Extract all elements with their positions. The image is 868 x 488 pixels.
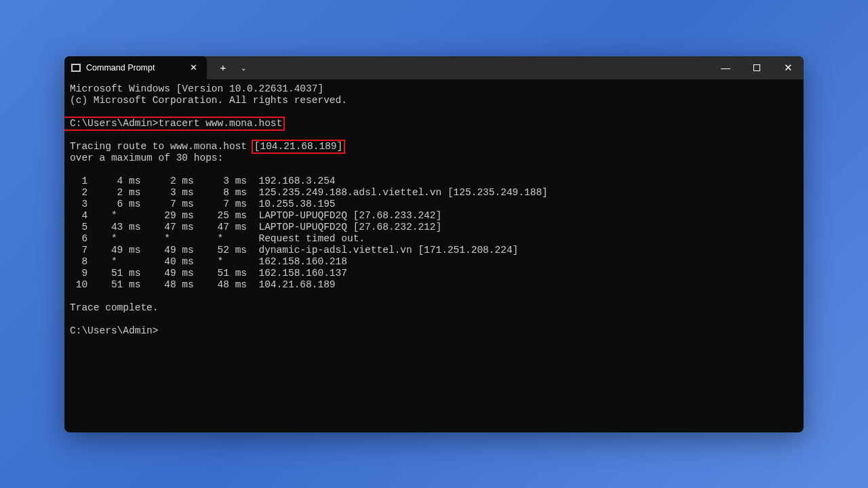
trace-complete: Trace complete. (70, 302, 798, 314)
prompt-ready: C:\Users\Admin> (70, 325, 798, 337)
terminal-window: Command Prompt ✕ + ⌄ — ✕ Microsoft Windo… (64, 56, 804, 432)
maximize-icon (753, 64, 760, 71)
tab-dropdown-icon[interactable]: ⌄ (241, 63, 246, 72)
tab-actions: + ⌄ (207, 56, 254, 79)
new-tab-button[interactable]: + (215, 60, 231, 76)
tracing-text: Tracing route to www.mona.host (70, 141, 253, 152)
titlebar[interactable]: Command Prompt ✕ + ⌄ — ✕ (64, 56, 804, 79)
header-line-2: (c) Microsoft Corporation. All rights re… (70, 95, 798, 106)
header-line-1: Microsoft Windows [Version 10.0.22631.40… (70, 83, 798, 95)
highlight-command: C:\Users\Admin>tracert www.mona.host (64, 117, 285, 131)
tab-command-prompt[interactable]: Command Prompt ✕ (64, 56, 207, 79)
maximize-button[interactable] (741, 56, 772, 79)
tab-title: Command Prompt (86, 63, 181, 73)
terminal-icon (71, 64, 81, 72)
highlight-ip: [104.21.68.189] (252, 140, 346, 154)
window-controls: — ✕ (710, 56, 804, 79)
over-max-hops: over a maximum of 30 hops: (70, 152, 798, 164)
close-tab-icon[interactable]: ✕ (186, 61, 200, 75)
close-button[interactable]: ✕ (772, 56, 804, 79)
terminal-output[interactable]: Microsoft Windows [Version 10.0.22631.40… (64, 79, 804, 432)
minimize-button[interactable]: — (710, 56, 741, 79)
hop-list: 1 4 ms 2 ms 3 ms 192.168.3.254 2 2 ms 3 … (70, 176, 798, 291)
